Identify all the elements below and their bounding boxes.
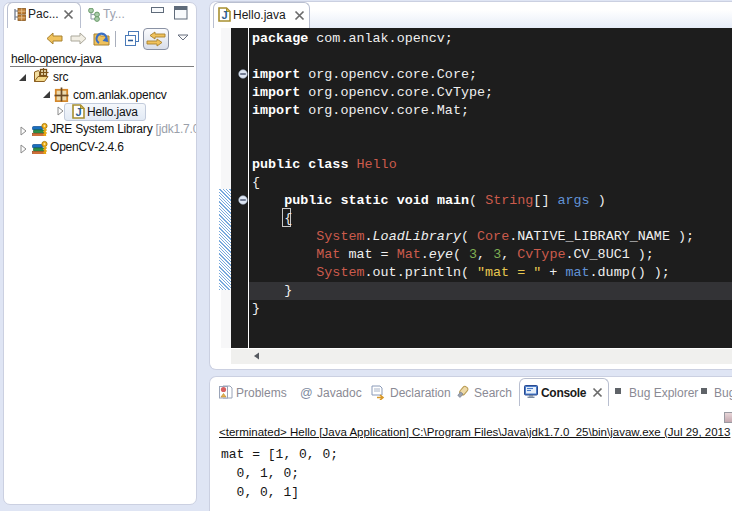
svg-text:J: J (222, 9, 228, 21)
svg-text:J: J (76, 106, 82, 118)
